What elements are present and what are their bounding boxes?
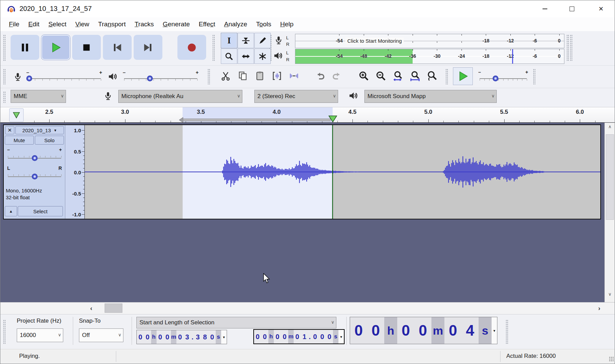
selection-length-field[interactable]: 00h00m01.000s▾: [253, 329, 345, 344]
menu-file[interactable]: File: [4, 17, 24, 31]
pin-playhead-button[interactable]: [9, 108, 24, 122]
playback-meter[interactable]: -54-48-42-36-30-24-18-12-60: [295, 49, 564, 64]
solo-button[interactable]: Solo: [35, 136, 64, 145]
stop-button[interactable]: [72, 35, 101, 60]
pan-slider[interactable]: LR: [6, 165, 63, 180]
ruler-label: 2.5: [45, 109, 53, 116]
menu-edit[interactable]: Edit: [24, 17, 44, 31]
recording-meter[interactable]: -54-48-42-18-12-60Click to Start Monitor…: [295, 34, 564, 48]
playback-volume-slider-thumb[interactable]: [147, 76, 152, 81]
menu-generate[interactable]: Generate: [158, 17, 194, 31]
zoom-tool-button[interactable]: [221, 49, 237, 64]
snap-to-select[interactable]: Off∨: [79, 328, 123, 342]
toolbar-grip[interactable]: [570, 35, 572, 61]
pan-slider-thumb[interactable]: [32, 174, 37, 179]
audio-track[interactable]: ✕2020_10_13▼MuteSolo–+LRMono, 16000Hz32-…: [3, 124, 601, 219]
envelope-tool-button[interactable]: [238, 33, 254, 48]
play-speed-slider-thumb[interactable]: [493, 76, 498, 81]
scroll-left-icon[interactable]: ‹: [86, 304, 96, 313]
audio-position-display[interactable]: 00h00m04s▾: [350, 317, 497, 344]
redo-button[interactable]: [329, 68, 345, 84]
selection-mode-select[interactable]: Start and Length of Selection∨: [136, 317, 336, 328]
play-speed-slider[interactable]: –+: [478, 69, 529, 83]
cut-button[interactable]: [218, 68, 233, 84]
zoom-fit-button[interactable]: [407, 68, 423, 84]
vertical-scroll-thumb[interactable]: [606, 134, 614, 220]
gain-slider-thumb[interactable]: [32, 156, 37, 161]
menu-view[interactable]: View: [71, 17, 94, 31]
toolbar-grip[interactable]: [445, 69, 448, 84]
toolbar-grip[interactable]: [3, 69, 5, 84]
recording-volume-slider-thumb[interactable]: [27, 76, 32, 81]
scroll-right-icon[interactable]: ›: [594, 304, 604, 313]
play-at-speed-button[interactable]: [453, 67, 473, 85]
menu-effect[interactable]: Effect: [194, 17, 219, 31]
resize-grip[interactable]: [609, 356, 614, 361]
minimize-button[interactable]: [532, 0, 558, 17]
toolbar-grip[interactable]: [566, 35, 569, 61]
play-button[interactable]: [41, 35, 70, 60]
mixer-speaker-icon: [107, 71, 118, 82]
monitor-text[interactable]: Click to Start Monitoring: [345, 38, 404, 44]
host-select[interactable]: MME∨: [11, 90, 66, 103]
mute-button[interactable]: Mute: [5, 136, 34, 145]
timeline-ruler[interactable]: 2.53.03.54.04.55.05.56.0: [0, 107, 615, 123]
recording-device-select[interactable]: Microphone (Realtek Au∨: [118, 90, 242, 103]
selection-tool-button[interactable]: I: [221, 33, 237, 48]
pause-button[interactable]: [11, 35, 39, 60]
menu-transport[interactable]: Transport: [94, 17, 130, 31]
selection-start-field[interactable]: 00h00m03.380s▾: [136, 330, 227, 344]
horizontal-scroll-thumb[interactable]: [105, 304, 122, 313]
project-rate-select[interactable]: 16000∨: [17, 328, 63, 342]
menu-help[interactable]: Help: [276, 17, 298, 31]
toolbar-grip[interactable]: [208, 69, 210, 84]
time-format-arrow-icon[interactable]: ▾: [492, 317, 497, 344]
track-select-button[interactable]: Select: [18, 206, 63, 216]
record-meter-mic-icon[interactable]: [274, 35, 283, 45]
menu-analyze[interactable]: Analyze: [220, 17, 252, 31]
zoom-in-button[interactable]: [356, 68, 372, 84]
zoom-selection-button[interactable]: [390, 68, 406, 84]
zoom-out-button[interactable]: [373, 68, 389, 84]
recording-channels-select[interactable]: 2 (Stereo) Rec∨: [254, 90, 338, 103]
track-name-menu[interactable]: 2020_10_13▼: [15, 126, 64, 134]
scroll-down-icon[interactable]: ∨: [605, 292, 614, 300]
toolbar-grip[interactable]: [533, 69, 535, 84]
toolbar-grip[interactable]: [3, 91, 5, 103]
track-workspace[interactable]: ✕2020_10_13▼MuteSolo–+LRMono, 16000Hz32-…: [0, 123, 615, 302]
skip-end-button[interactable]: [134, 35, 162, 60]
record-button[interactable]: [177, 35, 206, 60]
toolbar-grip[interactable]: [506, 320, 508, 344]
menu-tracks[interactable]: Tracks: [130, 17, 158, 31]
collapse-track-button[interactable]: ▲: [5, 206, 17, 216]
multi-tool-button[interactable]: [254, 49, 271, 64]
track-close-button[interactable]: ✕: [5, 126, 14, 134]
recording-volume-slider[interactable]: –+: [26, 69, 103, 83]
playback-volume-slider[interactable]: –+: [122, 69, 199, 83]
quick-play-bar[interactable]: [183, 119, 331, 121]
paste-button[interactable]: [252, 68, 268, 84]
gain-slider[interactable]: –+: [6, 146, 63, 161]
skip-start-button[interactable]: [103, 35, 132, 60]
toolbar-grip[interactable]: [212, 35, 215, 61]
toolbar-grip[interactable]: [3, 35, 5, 61]
silence-button[interactable]: [286, 68, 302, 84]
maximize-button[interactable]: [559, 0, 585, 17]
playback-meter-speaker-icon[interactable]: [273, 50, 283, 61]
undo-button[interactable]: [312, 68, 328, 84]
draw-tool-button[interactable]: [254, 33, 271, 48]
close-button[interactable]: ✕: [587, 0, 615, 17]
menu-select[interactable]: Select: [44, 17, 71, 31]
time-format-arrow-icon[interactable]: ▾: [338, 330, 344, 343]
scroll-up-icon[interactable]: ∧: [605, 124, 614, 132]
copy-button[interactable]: [235, 68, 251, 84]
timeshift-tool-button[interactable]: [238, 49, 254, 64]
zoom-toggle-button[interactable]: [424, 68, 440, 84]
playback-device-select[interactable]: Microsoft Sound Mapp∨: [364, 90, 497, 103]
menu-tools[interactable]: Tools: [252, 17, 276, 31]
trim-button[interactable]: [269, 68, 285, 84]
waveform-display[interactable]: [85, 125, 600, 219]
playhead-triangle-icon[interactable]: [328, 116, 337, 123]
time-format-arrow-icon[interactable]: ▾: [221, 330, 227, 344]
toolbar-grip[interactable]: [3, 320, 5, 344]
